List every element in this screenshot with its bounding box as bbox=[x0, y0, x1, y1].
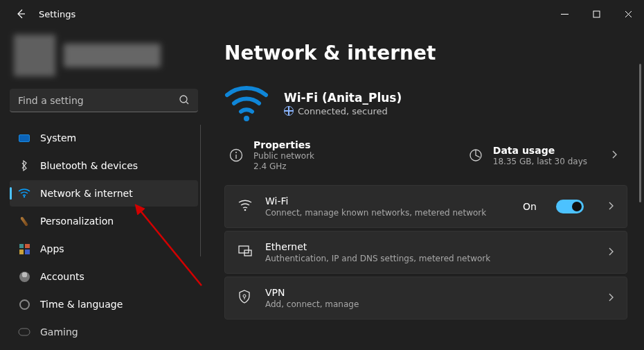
vpn-card[interactable]: VPN Add, connect, manage bbox=[224, 277, 627, 320]
sidebar-item-label: Personalization bbox=[40, 216, 114, 227]
back-button[interactable] bbox=[8, 1, 33, 26]
minimize-icon bbox=[561, 10, 569, 18]
sidebar-item-apps[interactable]: Apps bbox=[10, 236, 198, 262]
vpn-card-title: VPN bbox=[265, 287, 359, 298]
profile-block[interactable] bbox=[10, 28, 198, 89]
wifi-toggle[interactable] bbox=[556, 200, 584, 213]
wifi-card-title: Wi-Fi bbox=[265, 195, 486, 207]
close-icon bbox=[625, 10, 632, 18]
wifi-toggle-label: On bbox=[523, 201, 537, 212]
svg-point-6 bbox=[235, 152, 237, 153]
chevron-right-icon bbox=[607, 246, 614, 259]
sidebar-item-gaming[interactable]: Gaming bbox=[10, 319, 198, 345]
connection-state-text: Connected, secured bbox=[298, 106, 388, 116]
chevron-right-icon bbox=[611, 149, 618, 162]
system-icon bbox=[18, 132, 30, 144]
sidebar-item-label: Network & internet bbox=[40, 188, 133, 199]
sidebar-item-label: Bluetooth & devices bbox=[40, 160, 138, 171]
wifi-icon bbox=[238, 199, 253, 214]
svg-point-4 bbox=[244, 116, 249, 121]
svg-rect-9 bbox=[239, 246, 249, 253]
personalization-icon bbox=[18, 215, 30, 227]
sidebar-item-label: Gaming bbox=[40, 326, 78, 338]
sidebar-item-system[interactable]: System bbox=[10, 125, 198, 151]
time-icon bbox=[18, 298, 30, 310]
scrollbar[interactable] bbox=[639, 64, 641, 202]
connection-state: Connected, secured bbox=[284, 106, 402, 116]
avatar bbox=[14, 35, 55, 76]
sidebar-item-label: Apps bbox=[40, 243, 64, 254]
svg-point-11 bbox=[243, 295, 246, 297]
info-bar: Properties Public network 2.4 GHz Data u… bbox=[224, 135, 627, 185]
sidebar-item-personalization[interactable]: Personalization bbox=[10, 208, 198, 234]
properties-network-type: Public network bbox=[253, 151, 314, 161]
properties-label: Properties bbox=[253, 139, 314, 150]
main-content: Network & internet Wi-Fi (Anita_Plus) Co… bbox=[208, 28, 644, 350]
arrow-left-icon bbox=[15, 8, 26, 19]
maximize-button[interactable] bbox=[580, 0, 612, 28]
accounts-icon bbox=[18, 270, 30, 283]
window-controls bbox=[548, 0, 644, 28]
sidebar-item-label: Time & language bbox=[40, 299, 123, 310]
ssid-label: Wi-Fi (Anita_Plus) bbox=[284, 91, 402, 105]
data-usage-amount: 18.35 GB, last 30 days bbox=[493, 157, 587, 166]
wifi-card-subtitle: Connect, manage known networks, metered … bbox=[265, 208, 486, 218]
svg-point-2 bbox=[24, 196, 25, 198]
sidebar-item-time[interactable]: Time & language bbox=[10, 291, 198, 317]
sidebar-item-network[interactable]: Network & internet bbox=[10, 180, 198, 207]
chevron-right-icon bbox=[607, 200, 614, 213]
search-input[interactable] bbox=[10, 89, 198, 112]
sidebar: System Bluetooth & devices Network & int… bbox=[0, 28, 208, 350]
window-title: Settings bbox=[39, 9, 75, 19]
wifi-large-icon bbox=[224, 84, 269, 123]
properties-band: 2.4 GHz bbox=[253, 161, 314, 171]
ethernet-card[interactable]: Ethernet Authentication, IP and DNS sett… bbox=[224, 231, 627, 274]
gaming-icon bbox=[18, 326, 30, 338]
ethernet-card-title: Ethernet bbox=[265, 241, 490, 252]
vpn-card-subtitle: Add, connect, manage bbox=[265, 299, 359, 309]
data-usage-label: Data usage bbox=[493, 145, 587, 156]
svg-point-1 bbox=[180, 96, 187, 103]
sidebar-item-accounts[interactable]: Accounts bbox=[10, 263, 198, 290]
nav-list: System Bluetooth & devices Network & int… bbox=[10, 125, 198, 350]
sidebar-item-label: Accounts bbox=[40, 271, 84, 282]
svg-rect-0 bbox=[593, 11, 600, 17]
properties-block[interactable]: Properties Public network 2.4 GHz bbox=[229, 139, 314, 171]
search-wrap bbox=[10, 89, 198, 112]
wifi-icon bbox=[18, 187, 30, 200]
globe-icon bbox=[284, 106, 294, 116]
vpn-icon bbox=[238, 289, 253, 307]
connection-status: Wi-Fi (Anita_Plus) Connected, secured bbox=[224, 84, 627, 123]
close-button[interactable] bbox=[612, 0, 644, 28]
sidebar-item-label: System bbox=[40, 132, 76, 143]
minimize-button[interactable] bbox=[548, 0, 580, 28]
info-icon bbox=[229, 148, 244, 163]
maximize-icon bbox=[593, 10, 600, 18]
titlebar: Settings bbox=[0, 0, 644, 28]
chevron-right-icon bbox=[607, 292, 614, 305]
data-usage-block[interactable]: Data usage 18.35 GB, last 30 days bbox=[468, 145, 587, 166]
ethernet-card-subtitle: Authentication, IP and DNS settings, met… bbox=[265, 254, 490, 263]
ethernet-icon bbox=[238, 245, 253, 260]
svg-rect-3 bbox=[19, 329, 30, 335]
search-icon bbox=[179, 94, 190, 108]
svg-point-8 bbox=[244, 209, 247, 211]
bluetooth-icon bbox=[18, 159, 30, 172]
sidebar-item-bluetooth[interactable]: Bluetooth & devices bbox=[10, 152, 198, 179]
apps-icon bbox=[18, 243, 30, 255]
profile-name bbox=[64, 44, 161, 67]
page-title: Network & internet bbox=[224, 42, 627, 64]
data-usage-icon bbox=[468, 148, 483, 163]
wifi-card[interactable]: Wi-Fi Connect, manage known networks, me… bbox=[224, 185, 627, 228]
